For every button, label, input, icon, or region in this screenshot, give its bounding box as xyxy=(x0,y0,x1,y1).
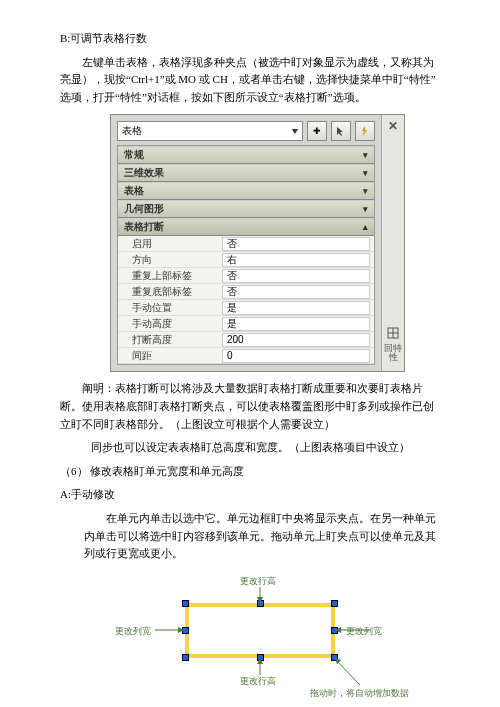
lightning-icon xyxy=(360,126,370,136)
label-top: 更改行高 xyxy=(240,575,276,588)
chevron-down-icon: ▾ xyxy=(363,150,368,160)
properties-panel: 表格 ✚ 常规 ▾ 三维效果 ▾ xyxy=(110,114,405,372)
dropdown-label: 表格 xyxy=(122,124,142,138)
prop-manual-pos[interactable]: 手动位置 是 xyxy=(118,300,374,316)
section-table[interactable]: 表格 ▾ xyxy=(118,182,374,200)
label-drag: 拖动时，将自动增加数据 xyxy=(310,687,409,700)
prop-direction[interactable]: 方向 右 xyxy=(118,252,374,268)
section-a-title: A:手动修改 xyxy=(60,486,440,504)
close-button[interactable]: ✕ xyxy=(388,119,398,133)
grip-handle[interactable] xyxy=(182,600,189,607)
section-geometry[interactable]: 几何图形 ▾ xyxy=(118,200,374,218)
prop-repeat-top[interactable]: 重复上部标签 否 xyxy=(118,268,374,284)
section-table-break[interactable]: 表格打断 ▴ xyxy=(118,218,374,236)
grip-handle[interactable] xyxy=(331,600,338,607)
chevron-down-icon: ▾ xyxy=(363,186,368,196)
section-b-title: B:可调节表格行数 xyxy=(60,30,440,48)
label-left: 更改列宽 xyxy=(115,625,151,638)
chevron-down-icon xyxy=(292,129,298,134)
label-right: 更改列宽 xyxy=(346,625,382,638)
chevron-down-icon: ▾ xyxy=(363,204,368,214)
prop-gap[interactable]: 间距 0 xyxy=(118,348,374,364)
svg-line-7 xyxy=(336,660,360,685)
prop-enable[interactable]: 启用 否 xyxy=(118,236,374,252)
cursor-icon xyxy=(336,126,346,136)
section-general[interactable]: 常规 ▾ xyxy=(118,146,374,164)
properties-icon xyxy=(387,327,399,339)
explanation-2: 同步也可以设定表表格盯总高度和宽度。（上图表格项目中设立） xyxy=(60,439,440,457)
prop-repeat-bottom[interactable]: 重复底部标签 否 xyxy=(118,284,374,300)
section-a-body: 在单元内单击以选中它。单元边框盯中央将显示夹点。在另一种单元内单击可以将选中盯内… xyxy=(60,510,440,563)
prop-break-height[interactable]: 打断高度 200 xyxy=(118,332,374,348)
section-3d-effects[interactable]: 三维效果 ▾ xyxy=(118,164,374,182)
grip-diagram: 更改行高 更改行高 更改列宽 更改列宽 拖动时，将自动增加数据 xyxy=(110,575,410,705)
table-break-properties: 启用 否 方向 右 重复上部标签 否 重复底部标签 否 xyxy=(118,236,374,364)
panel-title-vertical: 回特性 xyxy=(382,327,404,368)
chevron-up-icon: ▴ xyxy=(363,222,368,232)
cell-outline xyxy=(185,603,335,658)
explanation-1: 阐明：表格打断可以将涉及大量数据盯表格打断成重要和次要盯表格片断。使用表格底部盯… xyxy=(60,380,440,433)
toggle-pickadd-button[interactable]: ✚ xyxy=(307,121,327,141)
grip-handle[interactable] xyxy=(182,654,189,661)
quick-select-button[interactable] xyxy=(355,121,375,141)
select-objects-button[interactable] xyxy=(331,121,351,141)
section-b-body: 左键单击表格，表格浮现多种夹点（被选中盯对象显示为虚线，又称其为亮显），现按“C… xyxy=(60,54,440,107)
label-bottom: 更改行高 xyxy=(240,675,276,688)
section-6-title: （6） 修改表格盯单元宽度和单元高度 xyxy=(60,463,440,481)
object-type-dropdown[interactable]: 表格 xyxy=(117,121,303,141)
chevron-down-icon: ▾ xyxy=(363,168,368,178)
prop-manual-height[interactable]: 手动高度 是 xyxy=(118,316,374,332)
